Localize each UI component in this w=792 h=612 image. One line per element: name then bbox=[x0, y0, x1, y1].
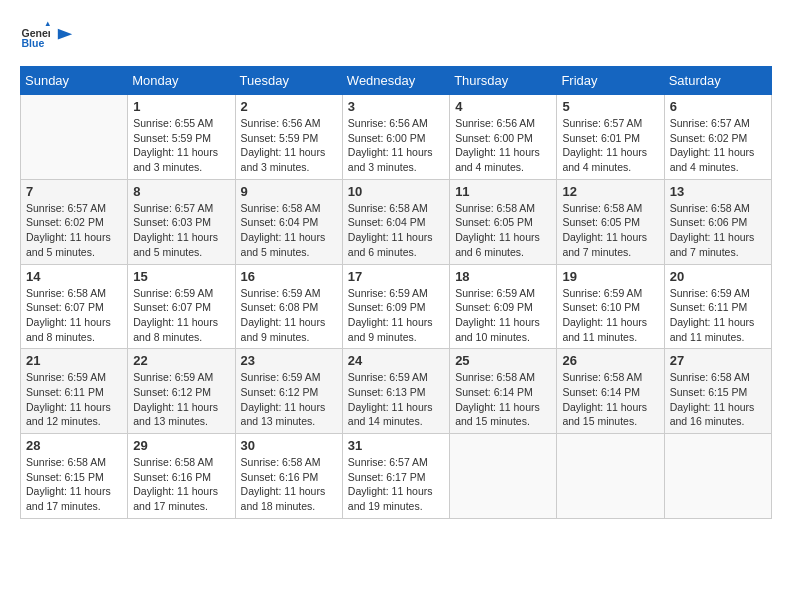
day-info: Sunrise: 6:59 AM Sunset: 6:12 PM Dayligh… bbox=[133, 370, 229, 429]
day-info: Sunrise: 6:56 AM Sunset: 6:00 PM Dayligh… bbox=[455, 116, 551, 175]
weekday-header-saturday: Saturday bbox=[664, 67, 771, 95]
week-row-3: 14Sunrise: 6:58 AM Sunset: 6:07 PM Dayli… bbox=[21, 264, 772, 349]
day-info: Sunrise: 6:58 AM Sunset: 6:14 PM Dayligh… bbox=[455, 370, 551, 429]
weekday-header-wednesday: Wednesday bbox=[342, 67, 449, 95]
calendar-cell: 26Sunrise: 6:58 AM Sunset: 6:14 PM Dayli… bbox=[557, 349, 664, 434]
calendar-cell: 9Sunrise: 6:58 AM Sunset: 6:04 PM Daylig… bbox=[235, 179, 342, 264]
calendar-cell: 23Sunrise: 6:59 AM Sunset: 6:12 PM Dayli… bbox=[235, 349, 342, 434]
day-number: 6 bbox=[670, 99, 766, 114]
day-number: 30 bbox=[241, 438, 337, 453]
header: General Blue bbox=[20, 20, 772, 50]
calendar-cell: 24Sunrise: 6:59 AM Sunset: 6:13 PM Dayli… bbox=[342, 349, 449, 434]
calendar-cell: 7Sunrise: 6:57 AM Sunset: 6:02 PM Daylig… bbox=[21, 179, 128, 264]
day-info: Sunrise: 6:58 AM Sunset: 6:06 PM Dayligh… bbox=[670, 201, 766, 260]
day-info: Sunrise: 6:57 AM Sunset: 6:03 PM Dayligh… bbox=[133, 201, 229, 260]
day-number: 24 bbox=[348, 353, 444, 368]
day-info: Sunrise: 6:59 AM Sunset: 6:11 PM Dayligh… bbox=[670, 286, 766, 345]
calendar-cell: 31Sunrise: 6:57 AM Sunset: 6:17 PM Dayli… bbox=[342, 434, 449, 519]
calendar-cell bbox=[450, 434, 557, 519]
day-info: Sunrise: 6:57 AM Sunset: 6:02 PM Dayligh… bbox=[670, 116, 766, 175]
day-number: 11 bbox=[455, 184, 551, 199]
day-number: 7 bbox=[26, 184, 122, 199]
day-number: 23 bbox=[241, 353, 337, 368]
calendar-cell bbox=[21, 95, 128, 180]
day-number: 17 bbox=[348, 269, 444, 284]
day-info: Sunrise: 6:56 AM Sunset: 5:59 PM Dayligh… bbox=[241, 116, 337, 175]
day-number: 18 bbox=[455, 269, 551, 284]
weekday-header-thursday: Thursday bbox=[450, 67, 557, 95]
day-number: 29 bbox=[133, 438, 229, 453]
svg-marker-3 bbox=[58, 29, 72, 40]
calendar-table: SundayMondayTuesdayWednesdayThursdayFrid… bbox=[20, 66, 772, 519]
weekday-header-tuesday: Tuesday bbox=[235, 67, 342, 95]
day-info: Sunrise: 6:58 AM Sunset: 6:04 PM Dayligh… bbox=[241, 201, 337, 260]
calendar-cell: 14Sunrise: 6:58 AM Sunset: 6:07 PM Dayli… bbox=[21, 264, 128, 349]
logo-flag-icon bbox=[56, 27, 74, 45]
day-number: 13 bbox=[670, 184, 766, 199]
calendar-cell: 29Sunrise: 6:58 AM Sunset: 6:16 PM Dayli… bbox=[128, 434, 235, 519]
calendar-cell: 2Sunrise: 6:56 AM Sunset: 5:59 PM Daylig… bbox=[235, 95, 342, 180]
day-info: Sunrise: 6:58 AM Sunset: 6:05 PM Dayligh… bbox=[562, 201, 658, 260]
calendar-cell: 15Sunrise: 6:59 AM Sunset: 6:07 PM Dayli… bbox=[128, 264, 235, 349]
logo: General Blue bbox=[20, 20, 74, 50]
weekday-header-monday: Monday bbox=[128, 67, 235, 95]
day-info: Sunrise: 6:57 AM Sunset: 6:02 PM Dayligh… bbox=[26, 201, 122, 260]
day-number: 22 bbox=[133, 353, 229, 368]
day-number: 26 bbox=[562, 353, 658, 368]
day-number: 3 bbox=[348, 99, 444, 114]
day-number: 2 bbox=[241, 99, 337, 114]
day-info: Sunrise: 6:59 AM Sunset: 6:13 PM Dayligh… bbox=[348, 370, 444, 429]
day-number: 27 bbox=[670, 353, 766, 368]
calendar-cell: 20Sunrise: 6:59 AM Sunset: 6:11 PM Dayli… bbox=[664, 264, 771, 349]
day-number: 19 bbox=[562, 269, 658, 284]
day-info: Sunrise: 6:56 AM Sunset: 6:00 PM Dayligh… bbox=[348, 116, 444, 175]
calendar-cell: 22Sunrise: 6:59 AM Sunset: 6:12 PM Dayli… bbox=[128, 349, 235, 434]
day-number: 28 bbox=[26, 438, 122, 453]
day-info: Sunrise: 6:59 AM Sunset: 6:07 PM Dayligh… bbox=[133, 286, 229, 345]
day-number: 14 bbox=[26, 269, 122, 284]
day-number: 21 bbox=[26, 353, 122, 368]
week-row-5: 28Sunrise: 6:58 AM Sunset: 6:15 PM Dayli… bbox=[21, 434, 772, 519]
day-number: 9 bbox=[241, 184, 337, 199]
weekday-header-friday: Friday bbox=[557, 67, 664, 95]
day-info: Sunrise: 6:58 AM Sunset: 6:15 PM Dayligh… bbox=[670, 370, 766, 429]
calendar-cell: 6Sunrise: 6:57 AM Sunset: 6:02 PM Daylig… bbox=[664, 95, 771, 180]
day-info: Sunrise: 6:57 AM Sunset: 6:01 PM Dayligh… bbox=[562, 116, 658, 175]
calendar-cell: 3Sunrise: 6:56 AM Sunset: 6:00 PM Daylig… bbox=[342, 95, 449, 180]
calendar-cell: 5Sunrise: 6:57 AM Sunset: 6:01 PM Daylig… bbox=[557, 95, 664, 180]
calendar-cell: 17Sunrise: 6:59 AM Sunset: 6:09 PM Dayli… bbox=[342, 264, 449, 349]
day-number: 31 bbox=[348, 438, 444, 453]
calendar-cell: 11Sunrise: 6:58 AM Sunset: 6:05 PM Dayli… bbox=[450, 179, 557, 264]
day-info: Sunrise: 6:59 AM Sunset: 6:11 PM Dayligh… bbox=[26, 370, 122, 429]
calendar-cell: 16Sunrise: 6:59 AM Sunset: 6:08 PM Dayli… bbox=[235, 264, 342, 349]
day-number: 16 bbox=[241, 269, 337, 284]
calendar-cell: 21Sunrise: 6:59 AM Sunset: 6:11 PM Dayli… bbox=[21, 349, 128, 434]
weekday-header-row: SundayMondayTuesdayWednesdayThursdayFrid… bbox=[21, 67, 772, 95]
calendar-cell: 4Sunrise: 6:56 AM Sunset: 6:00 PM Daylig… bbox=[450, 95, 557, 180]
calendar-cell: 10Sunrise: 6:58 AM Sunset: 6:04 PM Dayli… bbox=[342, 179, 449, 264]
day-number: 25 bbox=[455, 353, 551, 368]
day-number: 1 bbox=[133, 99, 229, 114]
calendar-cell: 27Sunrise: 6:58 AM Sunset: 6:15 PM Dayli… bbox=[664, 349, 771, 434]
day-info: Sunrise: 6:58 AM Sunset: 6:04 PM Dayligh… bbox=[348, 201, 444, 260]
day-number: 8 bbox=[133, 184, 229, 199]
day-info: Sunrise: 6:58 AM Sunset: 6:15 PM Dayligh… bbox=[26, 455, 122, 514]
calendar-cell: 1Sunrise: 6:55 AM Sunset: 5:59 PM Daylig… bbox=[128, 95, 235, 180]
logo-icon: General Blue bbox=[20, 20, 50, 50]
calendar-cell: 28Sunrise: 6:58 AM Sunset: 6:15 PM Dayli… bbox=[21, 434, 128, 519]
calendar-cell: 13Sunrise: 6:58 AM Sunset: 6:06 PM Dayli… bbox=[664, 179, 771, 264]
calendar-cell: 12Sunrise: 6:58 AM Sunset: 6:05 PM Dayli… bbox=[557, 179, 664, 264]
day-number: 4 bbox=[455, 99, 551, 114]
day-info: Sunrise: 6:58 AM Sunset: 6:07 PM Dayligh… bbox=[26, 286, 122, 345]
day-number: 15 bbox=[133, 269, 229, 284]
calendar-cell: 18Sunrise: 6:59 AM Sunset: 6:09 PM Dayli… bbox=[450, 264, 557, 349]
week-row-4: 21Sunrise: 6:59 AM Sunset: 6:11 PM Dayli… bbox=[21, 349, 772, 434]
day-info: Sunrise: 6:58 AM Sunset: 6:05 PM Dayligh… bbox=[455, 201, 551, 260]
day-info: Sunrise: 6:58 AM Sunset: 6:16 PM Dayligh… bbox=[241, 455, 337, 514]
day-number: 10 bbox=[348, 184, 444, 199]
calendar-cell: 25Sunrise: 6:58 AM Sunset: 6:14 PM Dayli… bbox=[450, 349, 557, 434]
calendar-cell: 8Sunrise: 6:57 AM Sunset: 6:03 PM Daylig… bbox=[128, 179, 235, 264]
weekday-header-sunday: Sunday bbox=[21, 67, 128, 95]
day-info: Sunrise: 6:59 AM Sunset: 6:10 PM Dayligh… bbox=[562, 286, 658, 345]
calendar-cell bbox=[557, 434, 664, 519]
